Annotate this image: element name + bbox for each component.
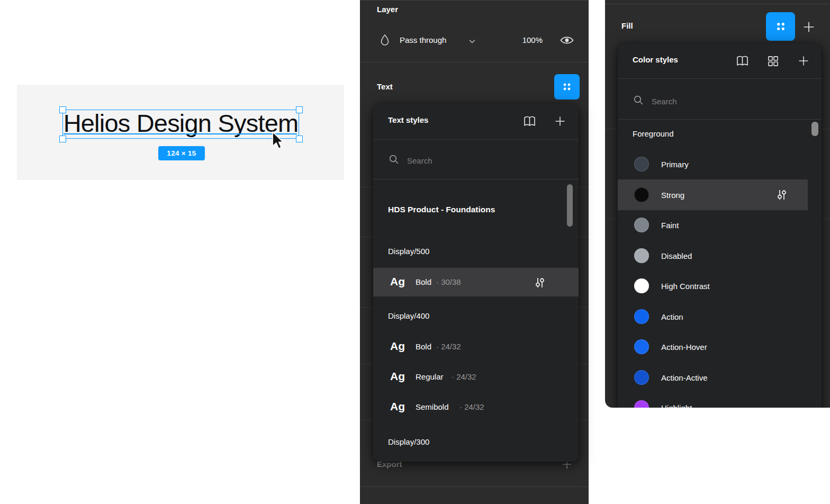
text-style-item[interactable]: Ag Semibold · 24/32 (373, 392, 579, 422)
text-style-item[interactable]: Ag Bold · 24/32 (373, 331, 579, 362)
text-styles-search-input[interactable] (406, 154, 535, 167)
color-label: Primary (661, 160, 689, 169)
style-detail: · 30/38 (436, 277, 461, 286)
style-detail: · 24/32 (452, 372, 476, 381)
blend-mode-icon[interactable] (379, 33, 391, 49)
style-group-display-500: Display/500 (388, 240, 429, 263)
text-styles-button[interactable] (554, 74, 580, 100)
color-swatch (634, 218, 649, 232)
grid-view-button[interactable] (765, 53, 781, 69)
menu-divider (373, 139, 579, 140)
fill-panel: Fill Color styles (605, 0, 830, 408)
color-style-item[interactable]: Action-Hover (618, 331, 822, 362)
color-swatch (634, 370, 649, 385)
style-library-name: HDS Product - Foundations (388, 198, 495, 221)
color-label: Strong (661, 191, 684, 200)
library-book-button[interactable] (521, 113, 537, 129)
menu-divider (373, 179, 579, 179)
add-fill-button[interactable] (802, 20, 816, 34)
edit-style-button[interactable] (775, 188, 788, 201)
selection-handle-bottom-right[interactable] (296, 136, 303, 142)
library-book-button[interactable] (734, 53, 750, 69)
add-text-style-button[interactable] (552, 113, 568, 129)
color-label: High Contrast (661, 282, 710, 291)
selection-baseline (64, 133, 297, 134)
style-detail: · 24/32 (459, 402, 484, 411)
scrollbar-thumb[interactable] (567, 184, 573, 227)
color-styles-button[interactable] (766, 12, 795, 41)
style-detail: · 24/32 (436, 342, 461, 351)
color-swatch (634, 309, 649, 324)
color-swatch (634, 339, 649, 354)
menu-divider (618, 119, 822, 120)
style-group-display-300: Display/300 (388, 430, 429, 454)
text-styles-menu: Text styles HDS Product - Foundations Di… (373, 104, 579, 462)
color-styles-menu-title: Color styles (633, 55, 678, 64)
color-label: Action (661, 312, 683, 321)
selection-handle-bottom-left[interactable] (59, 136, 66, 142)
blend-mode-select[interactable]: Pass through (400, 34, 446, 46)
style-sample: Ag (390, 400, 405, 413)
search-icon (633, 94, 644, 108)
color-style-item[interactable]: Primary (618, 149, 822, 179)
size-badge: 124 × 15 (158, 146, 205, 160)
color-style-item[interactable]: Disabled (618, 240, 822, 271)
color-style-item[interactable]: Action-Active (618, 362, 822, 393)
color-label: Disabled (661, 251, 692, 260)
color-style-item[interactable]: High Contrast (618, 271, 822, 301)
style-weight: Semibold (416, 402, 449, 411)
panel-divider (360, 62, 589, 62)
opacity-value[interactable]: 100% (503, 34, 543, 46)
search-icon (388, 154, 400, 167)
text-style-item-selected[interactable]: Ag Bold · 30/38 (373, 268, 579, 296)
text-styles-menu-title: Text styles (388, 115, 428, 124)
four-dots-icon (561, 80, 573, 93)
scrollbar-thumb[interactable] (811, 122, 818, 136)
selection-handle-top-right[interactable] (296, 106, 303, 113)
color-styles-menu: Color styles (618, 43, 822, 408)
color-label: Faint (661, 221, 679, 230)
style-sample: Ag (390, 275, 405, 288)
color-swatch (634, 248, 649, 263)
color-label: Action-Active (661, 373, 708, 382)
layer-section-title: Layer (377, 2, 398, 17)
text-style-item[interactable]: Ag Regular · 24/32 (373, 362, 579, 392)
color-style-item-selected[interactable]: Strong (618, 179, 808, 210)
style-sample: Ag (390, 370, 405, 383)
color-style-item[interactable]: Action (618, 301, 822, 332)
selection-handle-top-left[interactable] (59, 106, 66, 113)
color-label: Highlight (661, 403, 692, 408)
color-swatch (634, 400, 649, 408)
color-group-foreground: Foreground (633, 122, 674, 146)
figma-app: Helios Design System 124 × 15 Layer Pass… (0, 0, 830, 504)
four-dots-icon (774, 20, 788, 33)
text-section-title: Text (377, 79, 393, 94)
panel-divider (360, 487, 589, 487)
chevron-down-icon[interactable] (468, 37, 476, 47)
color-swatch (634, 187, 649, 202)
mouse-cursor-icon (271, 131, 287, 153)
style-sample: Ag (390, 340, 405, 353)
panel-divider (360, 0, 589, 1)
panel-divider (605, 4, 830, 4)
add-color-style-button[interactable] (796, 53, 811, 69)
color-swatch (634, 278, 649, 293)
color-styles-search-input[interactable] (651, 94, 780, 108)
style-weight: Bold (416, 277, 431, 286)
edit-style-button[interactable] (534, 276, 546, 289)
color-label: Action-Hover (661, 343, 707, 352)
color-swatch (634, 157, 649, 172)
fill-section-title: Fill (621, 19, 633, 33)
visibility-toggle[interactable] (558, 33, 576, 47)
style-weight: Regular (416, 372, 444, 381)
color-style-item[interactable]: Highlight (618, 392, 822, 408)
style-group-display-400: Display/400 (388, 304, 429, 328)
color-style-item[interactable]: Faint (618, 210, 822, 240)
style-weight: Bold (416, 342, 431, 351)
menu-divider (618, 78, 822, 79)
